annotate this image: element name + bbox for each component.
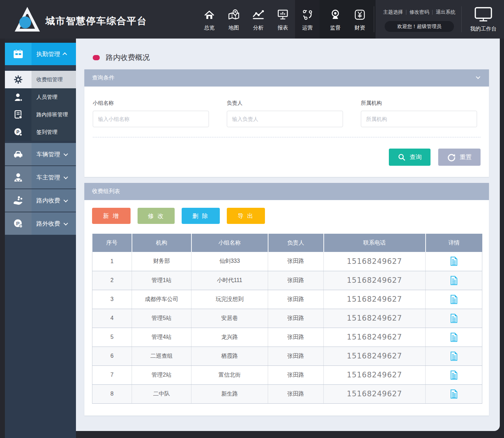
chevron-down-icon[interactable] <box>476 75 481 79</box>
chevron-down-icon <box>64 151 68 156</box>
organization-label: 所属机构 <box>361 100 477 107</box>
edit-button[interactable]: 修 改 <box>138 208 175 224</box>
sidebar-item-roadside-charging[interactable]: 路内收费 <box>5 189 76 212</box>
cell-org: 财务部 <box>132 252 191 271</box>
sidebar-item-checkin-management[interactable]: P 签到管理 <box>5 123 76 141</box>
driver-icon <box>5 166 31 189</box>
my-workbench-button[interactable]: 我的工作台 <box>463 0 504 39</box>
cell-owner: 张田路 <box>268 347 324 365</box>
cell-phone: 15168249627 <box>324 347 426 365</box>
refresh-icon <box>447 153 456 162</box>
cell-detail <box>426 384 482 403</box>
cell-org: 管理1站 <box>132 271 191 290</box>
cell-group: 置信北街 <box>191 365 268 384</box>
reset-button[interactable]: 重置 <box>438 149 481 166</box>
chevron-down-icon <box>64 198 68 202</box>
sign-in-icon: P <box>5 123 31 141</box>
detail-document-icon[interactable] <box>450 314 458 323</box>
sidebar-item-label: 路内排班管理 <box>36 111 68 118</box>
sidebar-item-duty-management[interactable]: 执勤管理 <box>5 43 76 65</box>
sidebar-item-roadside-shift-management[interactable]: 路内排班管理 <box>5 106 76 123</box>
cell-phone: 15168249627 <box>324 328 426 347</box>
table-row: 7 管理2站 置信北街 张田路 15168249627 <box>92 365 482 384</box>
col-header-group: 小组名称 <box>191 234 268 252</box>
cell-group: 小时代111 <box>191 271 268 290</box>
organization-input[interactable] <box>361 111 477 127</box>
monitor-camera-icon <box>330 8 341 20</box>
search-button[interactable]: 查询 <box>389 149 430 166</box>
sidebar-item-owner-management[interactable]: 车主管理 <box>5 166 76 189</box>
detail-document-icon[interactable] <box>450 351 458 361</box>
query-form: 小组名称 负责人 所属机构 查询 <box>84 87 489 177</box>
nav-item-finance[interactable]: 财资 <box>348 0 372 39</box>
change-password-link[interactable]: 修改密码 <box>410 9 429 15</box>
detail-document-icon[interactable] <box>450 276 458 285</box>
cell-owner: 张田路 <box>268 290 324 309</box>
table-row: 3 成都停车公司 玩完没想到 张田路 15168249627 <box>92 290 482 309</box>
nav-item-map[interactable]: 地图 <box>222 0 246 39</box>
field-owner: 负责人 <box>227 100 343 127</box>
fee-group-list-panel: 收费组列表 新 增 修 改 删 除 导 出 序号 机构 小组名称 负责人 联系电… <box>84 183 489 416</box>
sidebar-item-label: 路内收费 <box>36 197 60 205</box>
delete-button[interactable]: 删 除 <box>182 208 220 224</box>
sidebar-item-vehicle-management[interactable]: 车辆管理 <box>5 143 76 165</box>
nav-item-overview[interactable]: 总览 <box>197 0 222 39</box>
cell-group: 安居巷 <box>191 309 268 328</box>
fee-group-table: 序号 机构 小组名称 负责人 联系电话 详情 1 财务部 仙剑333 张田路 1… <box>92 234 482 404</box>
detail-document-icon[interactable] <box>450 295 458 304</box>
detail-document-icon[interactable] <box>450 333 458 342</box>
table-actions: 新 增 修 改 删 除 导 出 <box>92 208 481 224</box>
export-button[interactable]: 导 出 <box>227 208 265 224</box>
query-panel-header[interactable]: 查询条件 <box>84 69 489 87</box>
sidebar-item-label: 执勤管理 <box>36 50 60 58</box>
cell-phone: 15168249627 <box>324 252 426 271</box>
cell-group: 仙剑333 <box>191 252 268 271</box>
sidebar-gap <box>5 65 76 71</box>
logout-link[interactable]: 退出系统 <box>436 9 455 15</box>
cell-no: 5 <box>92 328 132 347</box>
table-row: 5 管理4站 龙兴路 张田路 15168249627 <box>92 328 482 347</box>
table-header-row: 序号 机构 小组名称 负责人 联系电话 详情 <box>92 234 482 252</box>
detail-document-icon[interactable] <box>450 370 458 380</box>
sidebar-item-fee-group-management[interactable]: 收费组管理 <box>5 71 76 88</box>
cell-group: 龙兴路 <box>191 328 268 347</box>
owner-label: 负责人 <box>227 100 343 107</box>
cell-owner: 张田路 <box>268 365 324 384</box>
schedule-icon <box>5 106 31 123</box>
nav-item-report[interactable]: 报表 <box>271 0 295 39</box>
cell-phone: 15168249627 <box>324 271 426 290</box>
app-title: 城市智慧停车综合平台 <box>46 15 147 27</box>
page-title: 路内收费概况 <box>106 53 150 62</box>
group-name-input[interactable] <box>93 111 209 127</box>
theme-select-link[interactable]: 主题选择 <box>383 9 403 15</box>
reset-button-label: 重置 <box>460 153 472 161</box>
workbench-monitor-icon <box>474 7 492 21</box>
cell-owner: 张田路 <box>268 328 324 347</box>
link-separator <box>406 10 406 15</box>
table-row: 6 二巡查组 栖霞路 张田路 15168249627 <box>92 347 482 365</box>
cell-no: 2 <box>92 271 132 290</box>
sidebar-item-offroad-charging[interactable]: P¥ 路外收费 <box>5 212 76 235</box>
cell-no: 8 <box>92 384 132 403</box>
detail-document-icon[interactable] <box>450 389 458 399</box>
nav-item-operations[interactable]: 运营 <box>295 0 320 39</box>
main-content: 路内收费概况 查询条件 小组名称 负责人 所属机构 <box>76 39 500 431</box>
add-button[interactable]: 新 增 <box>92 208 131 224</box>
cell-phone: 15168249627 <box>324 365 426 384</box>
nav-item-supervise[interactable]: 监督 <box>323 0 348 39</box>
sidebar-item-personnel-management[interactable]: 人员管理 <box>5 88 76 106</box>
chevron-down-icon <box>64 174 68 179</box>
col-header-owner: 负责人 <box>268 234 324 252</box>
cell-group: 栖霞路 <box>191 347 268 365</box>
nav-item-analysis[interactable]: 分析 <box>246 0 271 39</box>
cell-group: 玩完没想到 <box>191 290 268 309</box>
cell-phone: 15168249627 <box>324 290 426 309</box>
page-title-row: 路内收费概况 <box>93 53 150 62</box>
app-logo-icon <box>13 6 42 34</box>
finance-yuan-icon <box>354 8 365 20</box>
cell-detail <box>426 309 482 328</box>
table-row: 2 管理1站 小时代111 张田路 15168249627 <box>92 271 482 290</box>
cell-no: 1 <box>92 252 132 271</box>
detail-document-icon[interactable] <box>450 256 458 266</box>
owner-input[interactable] <box>227 111 343 127</box>
